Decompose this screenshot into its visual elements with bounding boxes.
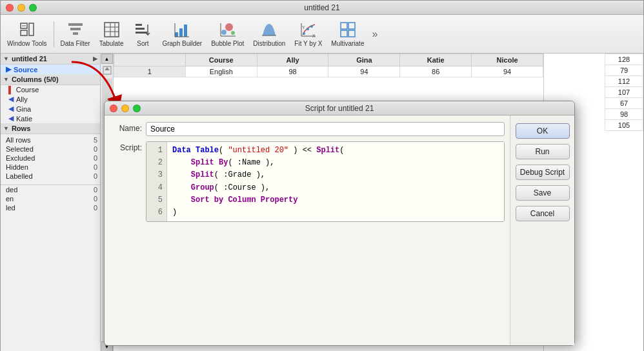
rows-all-value: 5 xyxy=(85,136,97,144)
svg-rect-12 xyxy=(136,24,142,26)
toolbar-fit-y-by-x[interactable]: Y X Fit Y by X xyxy=(290,16,326,52)
cell-course-1[interactable]: English xyxy=(185,66,257,77)
cell-ally-1[interactable]: 98 xyxy=(257,66,328,77)
save-button[interactable]: Save xyxy=(516,185,570,201)
line-num-1: 1 xyxy=(150,145,163,157)
script-content: 1 2 3 4 5 6 Data Table( "untitled 20" ) … xyxy=(146,141,505,222)
graph-builder-icon xyxy=(173,21,191,39)
toolbar-tabulate[interactable]: Tabulate xyxy=(96,16,128,52)
toolbar: Window Tools Data Filter xyxy=(1,15,643,54)
column-gina[interactable]: ◀ Gina xyxy=(1,104,100,114)
column-gina-name: Gina xyxy=(16,105,31,113)
line-num-6: 6 xyxy=(150,206,163,219)
svg-rect-16 xyxy=(179,28,183,37)
svg-rect-6 xyxy=(73,32,78,35)
column-course[interactable]: ▌ Course xyxy=(1,85,100,94)
run-button[interactable]: Run xyxy=(516,144,570,159)
dialog-max-button[interactable] xyxy=(133,105,141,112)
dialog-body: Name: Script: 1 2 3 4 5 6 xyxy=(105,115,574,345)
cancel-button[interactable]: Cancel xyxy=(516,206,570,221)
source-item[interactable]: ▶ Source xyxy=(1,65,100,74)
toolbar-window-tools[interactable]: Window Tools xyxy=(3,16,51,52)
toolbar-data-filter[interactable]: Data Filter xyxy=(57,16,94,52)
rows-triangle: ▼ xyxy=(3,125,9,132)
ok-button[interactable]: OK xyxy=(516,123,570,139)
dialog-buttons: OK Run Debug Script Save Cancel xyxy=(510,115,574,345)
rows-en-label: en xyxy=(6,195,85,203)
table-name-header[interactable]: ▼ untitled 21 ▶ xyxy=(1,54,100,65)
bubble-plot-label: Bubble Plot xyxy=(211,40,244,47)
fit-y-by-x-icon: Y X xyxy=(299,21,317,39)
svg-text:X: X xyxy=(312,34,316,38)
toolbar-multivariate[interactable]: Multivariate xyxy=(327,16,368,52)
table-arrow: ▶ xyxy=(93,55,97,62)
dialog-min-button[interactable] xyxy=(121,105,129,112)
column-ally-icon: ◀ xyxy=(8,95,14,103)
main-window: untitled 21 Window Tools xyxy=(0,0,644,351)
col-header-gina[interactable]: Gina xyxy=(328,54,400,66)
cell-gina-1[interactable]: 94 xyxy=(328,66,400,77)
toolbar-more-button[interactable]: » xyxy=(369,28,380,40)
debug-script-button[interactable]: Debug Script xyxy=(516,165,570,180)
minimize-button[interactable] xyxy=(17,4,25,12)
script-dialog: Script for untitled 21 Name: Script: 1 2 xyxy=(104,101,575,346)
sort-icon xyxy=(134,21,152,39)
rows-led-value: 0 xyxy=(85,204,97,212)
right-val-1: 128 xyxy=(605,54,643,65)
column-katie[interactable]: ◀ Katie xyxy=(1,114,100,123)
column-ally[interactable]: ◀ Ally xyxy=(1,94,100,104)
toolbar-sort[interactable]: Sort xyxy=(128,16,157,52)
script-label: Script: xyxy=(110,141,142,152)
row-num-1: 1 xyxy=(114,66,186,77)
toolbar-graph-builder[interactable]: Graph Builder xyxy=(158,16,206,52)
source-arrow: ▶ xyxy=(6,65,11,74)
rows-en: en 0 xyxy=(1,194,100,203)
rows-bottom-section: ded 0 en 0 led 0 xyxy=(1,185,100,212)
toolbar-distribution[interactable]: Distribution xyxy=(249,16,289,52)
svg-text:Y: Y xyxy=(302,25,305,30)
close-button[interactable] xyxy=(6,4,14,12)
rows-led: led 0 xyxy=(1,203,100,212)
line-num-4: 4 xyxy=(150,182,163,194)
scroll-up[interactable]: ▲ xyxy=(101,54,113,64)
rows-selected: Selected 0 xyxy=(1,145,100,154)
fit-y-by-x-label: Fit Y by X xyxy=(294,40,322,47)
col-header-course[interactable]: Course xyxy=(185,54,257,66)
columns-header[interactable]: ▼ Columns (5/0) xyxy=(1,74,100,85)
table-header-row: Course Ally Gina Katie Nicole xyxy=(114,54,543,66)
rows-section: All rows 5 Selected 0 Excluded 0 Hidden … xyxy=(1,134,100,182)
rows-header[interactable]: ▼ Rows xyxy=(1,123,100,134)
dialog-close-button[interactable] xyxy=(110,105,117,112)
rows-hidden: Hidden 0 xyxy=(1,163,100,172)
column-gina-icon: ◀ xyxy=(8,105,14,113)
cell-katie-1[interactable]: 86 xyxy=(400,66,472,77)
cell-nicole-1[interactable]: 94 xyxy=(472,66,543,77)
column-ally-name: Ally xyxy=(16,95,28,103)
rows-ded-value: 0 xyxy=(85,186,97,194)
right-val-2: 79 xyxy=(605,65,643,76)
line-num-2: 2 xyxy=(150,157,163,169)
bubble-plot-icon xyxy=(219,21,237,39)
rows-all-label: All rows xyxy=(6,136,85,144)
toolbar-sep-1 xyxy=(54,21,54,47)
rows-selected-label: Selected xyxy=(6,145,85,153)
column-katie-icon: ◀ xyxy=(8,114,14,123)
dialog-title: Script for untitled 21 xyxy=(305,104,374,113)
toolbar-bubble-plot[interactable]: Bubble Plot xyxy=(207,16,248,52)
window-title: untitled 21 xyxy=(304,3,339,12)
window-tools-icon xyxy=(18,21,36,39)
svg-rect-7 xyxy=(105,23,119,37)
col-header-nicole[interactable]: Nicole xyxy=(472,54,543,66)
col-header-ally[interactable]: Ally xyxy=(257,54,328,66)
data-filter-label: Data Filter xyxy=(61,40,90,47)
line-num-5: 5 xyxy=(150,194,163,206)
col-header-katie[interactable]: Katie xyxy=(400,54,472,66)
maximize-button[interactable] xyxy=(29,4,37,12)
name-input[interactable] xyxy=(146,122,505,136)
rows-ded-label: ded xyxy=(6,186,85,194)
svg-point-30 xyxy=(310,25,313,28)
script-row: Script: 1 2 3 4 5 6 Data Table( "untitle… xyxy=(110,141,505,339)
code-area[interactable]: Data Table( "untitled 20" ) << Split( Sp… xyxy=(167,142,504,221)
column-course-icon: ▌ xyxy=(8,86,14,94)
data-filter-icon xyxy=(66,21,85,39)
